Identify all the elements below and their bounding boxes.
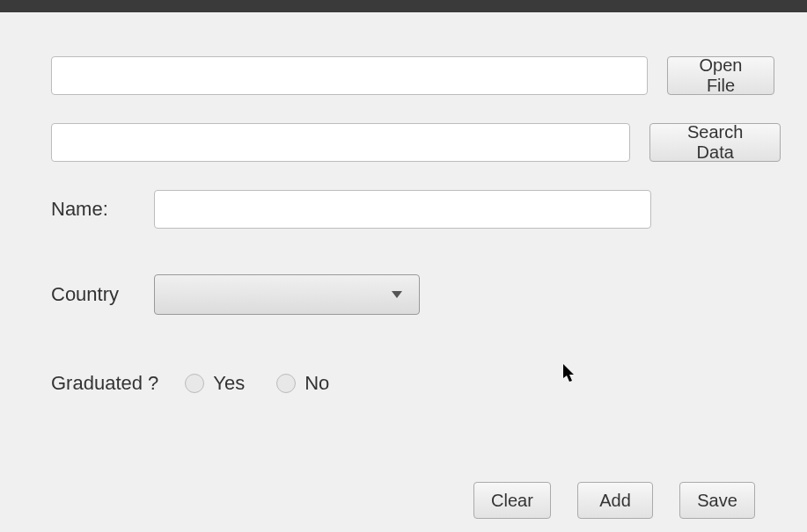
name-label: Name: [51, 198, 108, 221]
name-input[interactable] [154, 190, 651, 229]
action-button-row: Clear Add Save [473, 482, 755, 519]
search-row: Search Data [51, 123, 781, 162]
graduated-no-label: No [304, 372, 329, 395]
graduated-yes-label: Yes [213, 372, 245, 395]
graduated-no-radio[interactable]: No [276, 372, 329, 395]
search-data-button[interactable]: Search Data [649, 123, 781, 162]
window-titlebar [0, 0, 807, 12]
country-label: Country [51, 283, 119, 306]
radio-icon [185, 374, 204, 393]
file-row: Open File [51, 56, 781, 95]
graduated-radio-group: Yes No [185, 372, 329, 395]
save-button[interactable]: Save [679, 482, 755, 519]
graduated-row: Graduated ? Yes No [51, 372, 781, 395]
country-row: Country [51, 274, 781, 315]
chevron-down-icon [391, 290, 403, 299]
country-dropdown[interactable] [154, 274, 420, 315]
graduated-yes-radio[interactable]: Yes [185, 372, 245, 395]
add-button[interactable]: Add [577, 482, 653, 519]
radio-icon [276, 374, 296, 393]
name-row: Name: [51, 190, 781, 229]
clear-button[interactable]: Clear [473, 482, 551, 519]
open-file-button[interactable]: Open File [667, 56, 774, 95]
svg-marker-0 [392, 291, 402, 298]
file-path-input[interactable] [51, 56, 648, 95]
form-content: Open File Search Data Name: Country Grad… [0, 12, 807, 412]
search-input[interactable] [51, 123, 630, 162]
graduated-label: Graduated ? [51, 372, 158, 395]
